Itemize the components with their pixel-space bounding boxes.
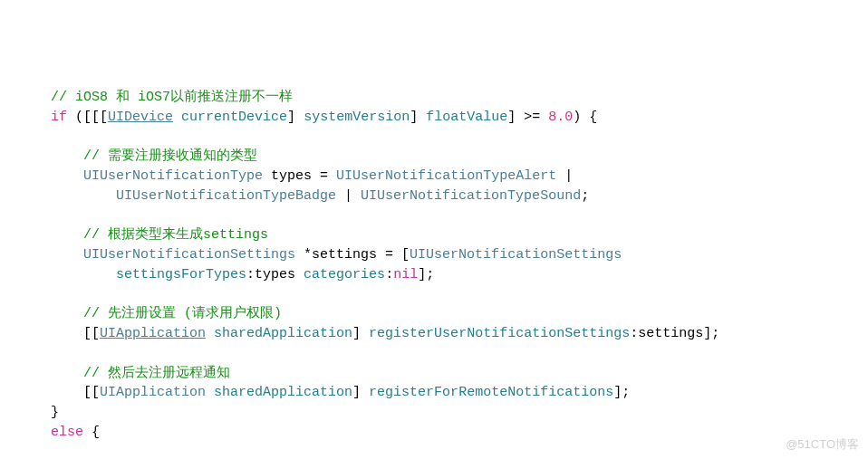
class-sound: UIUserNotificationTypeSound <box>361 188 581 204</box>
class-uiapplication: UIApplication <box>100 326 206 341</box>
method-floatValue: floatValue <box>426 110 507 125</box>
comment: // 需要注册接收通知的类型 <box>83 148 257 164</box>
var-types: types <box>255 267 295 282</box>
method-settingsForTypes: settingsForTypes <box>116 267 246 282</box>
class-badge: UIUserNotificationTypeBadge <box>116 188 336 204</box>
method-sharedApplication: sharedApplication <box>214 385 352 400</box>
keyword-else: else <box>51 425 83 440</box>
var-settings: settings <box>312 247 377 263</box>
class-settings: UIUserNotificationSettings <box>83 247 295 263</box>
comment: // 先注册设置 (请求用户权限) <box>83 306 282 321</box>
method-sharedApplication: sharedApplication <box>214 326 352 341</box>
code-block: // iOS8 和 iOS7以前推送注册不一样 if ([[[UIDevice … <box>18 88 850 459</box>
keyword-if: if <box>51 110 67 125</box>
watermark: @51CTO博客 <box>786 436 859 454</box>
method-registerForRemoteNotifications: registerForRemoteNotifications <box>369 385 613 400</box>
method-registerUserNotificationSettings: registerUserNotificationSettings <box>369 326 630 341</box>
class-alert: UIUserNotificationTypeAlert <box>336 168 556 184</box>
var-settings: settings <box>638 326 703 341</box>
number-8: 8.0 <box>548 110 573 125</box>
method-systemVersion: systemVersion <box>304 110 410 125</box>
method-categories: categories <box>304 267 385 282</box>
class-uidevice: UIDevice <box>108 110 173 125</box>
var-types: types <box>271 168 312 184</box>
comment: // 然后去注册远程通知 <box>83 366 230 381</box>
comment: // iOS8 和 iOS7以前推送注册不一样 <box>51 90 293 105</box>
method-currentDevice: currentDevice <box>181 110 287 125</box>
comment: // 根据类型来生成settings <box>83 227 268 243</box>
class-settings: UIUserNotificationSettings <box>410 247 622 263</box>
keyword-nil: nil <box>393 267 418 282</box>
class-types: UIUserNotificationType <box>83 168 263 184</box>
class-uiapplication: UIApplication <box>100 385 206 400</box>
